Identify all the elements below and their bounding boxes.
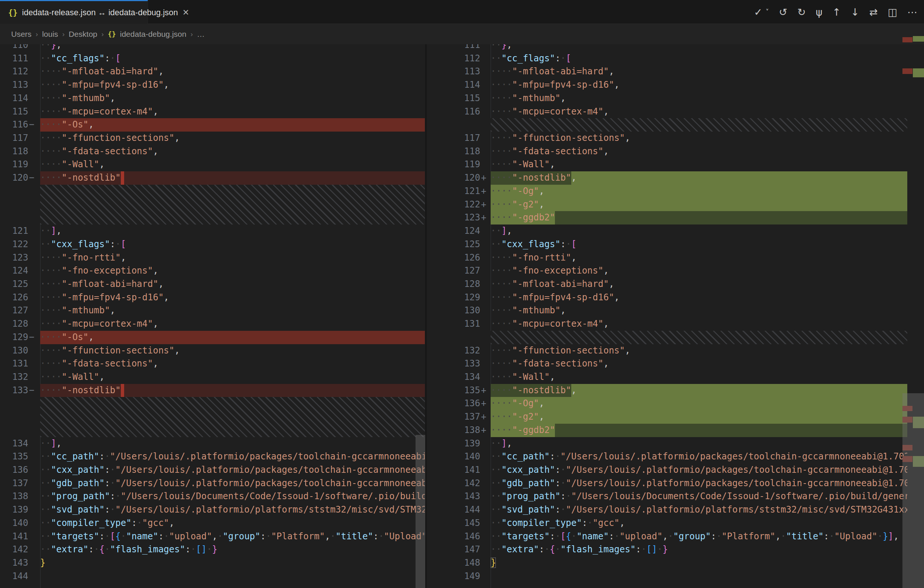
code-text: ····"-fdata-sections", [40, 357, 425, 370]
code-line[interactable]: 127····"-mthumb", [0, 304, 425, 317]
code-line[interactable]: 137··"gdb_path":·"/Users/louis/.platform… [0, 477, 425, 490]
code-line[interactable]: 117····"-ffunction-sections", [427, 132, 924, 145]
code-line[interactable]: 124··], [427, 225, 924, 238]
diff-added-line[interactable]: 122+····"-g2", [427, 198, 924, 211]
code-line[interactable]: 126····"-fno-rtti", [427, 251, 924, 264]
code-line[interactable]: 110··}, [0, 44, 425, 52]
code-line[interactable]: 128····"-mfloat-abi=hard", [427, 277, 924, 291]
code-line[interactable]: 143··"prog_path":·"/Users/louis/Document… [427, 490, 924, 503]
code-line[interactable]: 114····"-mthumb", [0, 92, 425, 105]
code-line[interactable]: 145··"compiler_type":·"gcc", [427, 517, 924, 530]
code-line[interactable]: 125··"cxx_flags":·[ [427, 238, 924, 251]
code-line[interactable]: 144··"svd_path":·"/Users/louis/.platform… [427, 503, 924, 517]
breadcrumb-segment[interactable]: Users [11, 30, 31, 39]
breadcrumb-segment[interactable]: Desktop [69, 30, 97, 39]
original-editor-pane[interactable]: 110··},111··"cc_flags":·[112····"-mfloat… [0, 44, 425, 588]
diff-removed-line[interactable]: 129−····"-Os", [0, 331, 425, 344]
diff-added-line[interactable]: 120+····"-nostdlib", [427, 171, 924, 185]
code-line[interactable]: 113····"-mfpu=fpv4-sp-d16", [0, 78, 425, 92]
code-line[interactable]: 130····"-ffunction-sections", [0, 344, 425, 358]
code-line[interactable]: 148} [427, 557, 924, 570]
code-line[interactable]: 114····"-mfpu=fpv4-sp-d16", [427, 78, 924, 92]
diff-added-line[interactable]: 135+····"-nostdlib", [427, 384, 924, 397]
code-line[interactable]: 112··"cc_flags":·[ [427, 52, 924, 65]
right-scrollbar-thumb[interactable] [903, 393, 924, 588]
code-line[interactable]: 111··}, [427, 44, 924, 52]
code-line[interactable]: 118····"-fdata-sections", [0, 145, 425, 159]
next-change-icon[interactable]: ↓ [851, 7, 859, 17]
code-line[interactable]: 121··], [0, 225, 425, 238]
code-line[interactable]: 140··"compiler_type":·"gcc", [0, 517, 425, 530]
more-actions-icon[interactable]: ⋯ [907, 7, 917, 17]
code-line[interactable]: 136··"cxx_path":·"/Users/louis/.platform… [0, 464, 425, 477]
code-line[interactable]: 134··], [0, 437, 425, 451]
code-line[interactable]: 125····"-mfloat-abi=hard", [0, 277, 425, 291]
code-line[interactable]: 123····"-fno-rtti", [0, 251, 425, 264]
code-line[interactable]: 141··"cxx_path":·"/Users/louis/.platform… [427, 464, 924, 477]
code-line[interactable]: 131····"-mcpu=cortex-m4", [427, 317, 924, 331]
added-line-sign: + [481, 384, 486, 397]
code-text: ····"-mfloat-abi=hard", [40, 277, 425, 291]
code-line[interactable]: 135··"cc_path":·"/Users/louis/.platformi… [0, 450, 425, 464]
diff-added-line[interactable]: 138+····"-ggdb2" [427, 424, 924, 437]
code-line[interactable]: 138··"prog_path":·"/Users/louis/Document… [0, 490, 425, 503]
code-line[interactable]: 130····"-mthumb", [427, 304, 924, 317]
diff-tab[interactable]: {} idedata-release.json ↔ idedata-debug.… [0, 0, 148, 24]
modified-editor-pane[interactable]: 111··},112··"cc_flags":·[113····"-mfloat… [427, 44, 924, 588]
breadcrumb-file[interactable]: idedata-debug.json [120, 30, 186, 39]
code-line[interactable]: 146··"targets":·[{·"name":·"upload",·"gr… [427, 530, 924, 543]
code-line[interactable]: 147··"extra":·{·"flash_images":·[]·} [427, 543, 924, 557]
code-line[interactable]: 115····"-mthumb", [427, 92, 924, 105]
diff-added-line[interactable]: 137+····"-g2", [427, 410, 924, 424]
line-number: 123 [427, 211, 480, 225]
code-line[interactable]: 116····"-mcpu=cortex-m4", [427, 105, 924, 119]
code-line[interactable]: 142··"gdb_path":·"/Users/louis/.platform… [427, 477, 924, 490]
code-line[interactable]: 140··"cc_path":·"/Users/louis/.platformi… [427, 450, 924, 464]
code-line[interactable]: 113····"-mfloat-abi=hard", [427, 65, 924, 78]
accept-check-icon[interactable]: ✓ [754, 7, 762, 17]
code-line[interactable]: 149 [427, 570, 924, 583]
code-line[interactable]: 127····"-fno-exceptions", [427, 264, 924, 277]
code-line[interactable]: 143} [0, 557, 425, 570]
code-line[interactable]: 112····"-mfloat-abi=hard", [0, 65, 425, 78]
diff-removed-line[interactable]: 116−····"-Os", [0, 118, 425, 132]
close-tab-icon[interactable]: ✕ [183, 8, 189, 18]
breadcrumb-segment[interactable]: louis [42, 30, 58, 39]
code-line[interactable]: 133····"-fdata-sections", [427, 357, 924, 370]
code-line[interactable]: 132····"-Wall", [0, 370, 425, 384]
code-line[interactable]: 124····"-fno-exceptions", [0, 264, 425, 277]
code-line[interactable]: 111··"cc_flags":·[ [0, 52, 425, 65]
left-scrollbar-thumb[interactable] [416, 435, 425, 588]
diff-added-line[interactable]: 123+····"-ggdb2" [427, 211, 924, 225]
code-line[interactable]: 118····"-fdata-sections", [427, 145, 924, 159]
split-editor-icon[interactable]: ◫ [888, 7, 897, 17]
swap-sides-icon[interactable]: ⇄ [870, 7, 878, 17]
code-line[interactable]: 132····"-ffunction-sections", [427, 344, 924, 358]
code-line[interactable]: 117····"-ffunction-sections", [0, 132, 425, 145]
code-line[interactable]: 134····"-Wall", [427, 370, 924, 384]
code-line[interactable]: 128····"-mcpu=cortex-m4", [0, 317, 425, 331]
diff-added-line[interactable]: 121+····"-Og", [427, 185, 924, 198]
diff-removed-line[interactable]: 120−····"-nostdlib" [0, 171, 425, 185]
code-line[interactable]: 141··"targets":·[{·"name":·"upload",·"gr… [0, 530, 425, 543]
code-line[interactable]: 142··"extra":·{·"flash_images":·[]·} [0, 543, 425, 557]
history-icon[interactable]: ↺ [779, 7, 788, 17]
open-changes-icon[interactable]: ↻ [797, 7, 806, 17]
chevron-down-icon[interactable]: ˅ [766, 9, 769, 15]
code-line[interactable]: 131····"-fdata-sections", [0, 357, 425, 370]
code-line[interactable]: 126····"-mfpu=fpv4-sp-d16", [0, 291, 425, 304]
code-line[interactable]: 139··], [427, 437, 924, 451]
previous-change-icon[interactable]: ↑ [833, 7, 841, 17]
code-line[interactable]: 119····"-Wall", [0, 158, 425, 171]
code-line[interactable]: 115····"-mcpu=cortex-m4", [0, 105, 425, 119]
code-line[interactable]: 122··"cxx_flags":·[ [0, 238, 425, 251]
code-line[interactable]: 129····"-mfpu=fpv4-sp-d16", [427, 291, 924, 304]
diff-removed-line[interactable]: 133−····"-nostdlib" [0, 384, 425, 397]
line-number: 140 [427, 450, 480, 464]
diff-added-line[interactable]: 136+····"-Og", [427, 397, 924, 410]
code-line[interactable]: 144 [0, 570, 425, 583]
breadcrumb-more[interactable]: … [197, 30, 205, 39]
debug-plug-icon[interactable]: ψ [816, 7, 823, 17]
code-line[interactable]: 139··"svd_path":·"/Users/louis/.platform… [0, 503, 425, 517]
code-line[interactable]: 119····"-Wall", [427, 158, 924, 171]
